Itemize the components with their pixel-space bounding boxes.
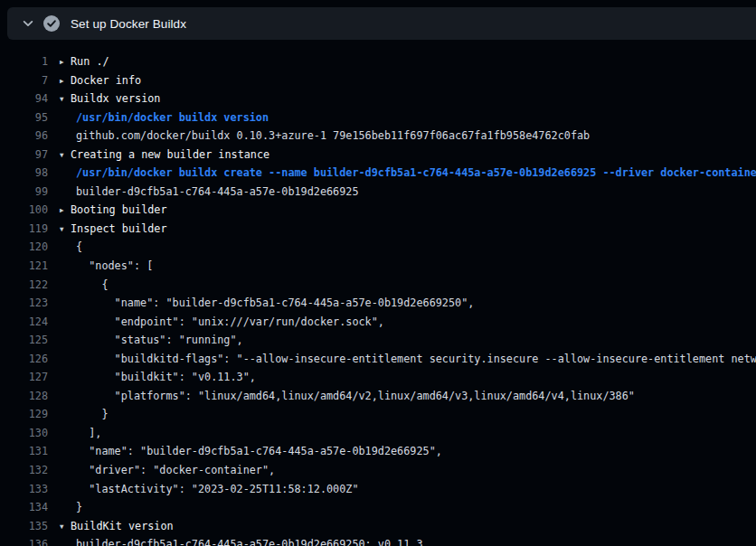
log-line-text: } <box>76 501 82 513</box>
log-line: 122 { <box>0 276 756 295</box>
log-line-text: { <box>76 278 109 291</box>
log-line: 120{ <box>0 238 756 257</box>
line-number[interactable]: 7 <box>0 71 48 90</box>
log-line: 131 "name": "builder-d9cfb5a1-c764-445a-… <box>0 442 756 461</box>
log-line-text: BuildKit version <box>71 520 174 532</box>
log-line: 130 ], <box>0 424 756 443</box>
log-line-text: ], <box>76 427 101 439</box>
group-expanded-icon[interactable]: ▼ <box>60 518 71 536</box>
log-line: 123 "name": "builder-d9cfb5a1-c764-445a-… <box>0 294 756 313</box>
log-line: 129 } <box>0 405 756 424</box>
step-title: Set up Docker Buildx <box>71 17 186 31</box>
line-number[interactable]: 130 <box>0 424 48 443</box>
line-number[interactable]: 100 <box>0 201 48 220</box>
line-number[interactable]: 135 <box>0 517 48 536</box>
log-line-text: /usr/bin/docker buildx create --name bui… <box>76 166 756 179</box>
line-number[interactable]: 134 <box>0 498 48 517</box>
log-line-text: Creating a new builder instance <box>71 148 269 161</box>
check-circle-icon <box>43 15 60 32</box>
line-number[interactable]: 120 <box>0 238 48 257</box>
group-collapsed-icon[interactable]: ▶ <box>60 53 71 71</box>
log-line: 133 "lastActivity": "2023-02-25T11:58:12… <box>0 480 756 499</box>
line-number[interactable]: 119 <box>0 220 48 239</box>
line-number[interactable]: 96 <box>0 127 48 146</box>
log-line: 134} <box>0 498 756 517</box>
log-group-row[interactable]: 119▼Inspect builder <box>0 220 756 239</box>
line-number[interactable]: 123 <box>0 294 48 313</box>
log-line: 124 "endpoint": "unix:///var/run/docker.… <box>0 313 756 332</box>
log-line-text: "driver": "docker-container", <box>76 464 275 476</box>
line-number[interactable]: 136 <box>0 535 48 546</box>
group-expanded-icon[interactable]: ▼ <box>60 90 71 108</box>
chevron-down-icon[interactable] <box>22 17 34 30</box>
log-line-text: builder-d9cfb5a1-c764-445a-a57e-0b19d2e6… <box>76 185 359 198</box>
log-line-text: "name": "builder-d9cfb5a1-c764-445a-a57e… <box>76 445 442 457</box>
group-collapsed-icon[interactable]: ▶ <box>60 202 71 220</box>
log-line-text: "platforms": "linux/amd64,linux/amd64/v2… <box>76 390 635 402</box>
log-line: 125 "status": "running", <box>0 331 756 350</box>
group-collapsed-icon[interactable]: ▶ <box>60 72 71 90</box>
line-number[interactable]: 131 <box>0 442 48 461</box>
line-number[interactable]: 125 <box>0 331 48 350</box>
log-line-text: Booting builder <box>71 203 167 216</box>
log-line-text: "buildkit": "v0.11.3", <box>76 371 256 383</box>
log-line-text: "status": "running", <box>76 334 243 346</box>
line-number[interactable]: 121 <box>0 257 48 276</box>
line-number[interactable]: 97 <box>0 146 48 165</box>
line-number[interactable]: 1 <box>0 52 48 71</box>
log-line: 98/usr/bin/docker buildx create --name b… <box>0 164 756 183</box>
log-line-text: "buildkitd-flags": "--allow-insecure-ent… <box>76 353 756 365</box>
log-line-text: Docker info <box>71 74 141 87</box>
log-line-text: "endpoint": "unix:///var/run/docker.sock… <box>76 315 384 328</box>
log-line-text: "nodes": [ <box>76 259 153 272</box>
log-group-row[interactable]: 94▼Buildx version <box>0 89 756 108</box>
line-number[interactable]: 94 <box>0 89 48 108</box>
log-line-text: "lastActivity": "2023-02-25T11:58:12.000… <box>76 483 359 495</box>
log-line: 136builder-d9cfb5a1-c764-445a-a57e-0b19d… <box>0 535 756 546</box>
group-expanded-icon[interactable]: ▼ <box>60 146 71 165</box>
line-number[interactable]: 98 <box>0 164 48 183</box>
log-line: 121 "nodes": [ <box>0 257 756 276</box>
line-number[interactable]: 133 <box>0 480 48 499</box>
log-line-text: Buildx version <box>71 92 160 105</box>
log-group-row[interactable]: 100▶Booting builder <box>0 201 756 220</box>
line-number[interactable]: 129 <box>0 405 48 424</box>
log-line: 96github.com/docker/buildx 0.10.3+azure-… <box>0 127 756 146</box>
log-line-text: } <box>76 408 109 420</box>
log-group-row[interactable]: 135▼BuildKit version <box>0 517 756 536</box>
log-line: 99builder-d9cfb5a1-c764-445a-a57e-0b19d2… <box>0 183 756 202</box>
log-line-text: Inspect builder <box>71 222 167 235</box>
log-line-text: Run ./ <box>71 55 109 68</box>
line-number[interactable]: 124 <box>0 313 48 332</box>
log-group-row[interactable]: 1▶Run ./ <box>0 52 756 71</box>
log-line: 127 "buildkit": "v0.11.3", <box>0 368 756 387</box>
log-line: 132 "driver": "docker-container", <box>0 461 756 480</box>
line-number[interactable]: 128 <box>0 387 48 406</box>
log-viewer: 1▶Run ./7▶Docker info94▼Buildx version95… <box>0 40 756 546</box>
log-line-text: { <box>76 240 82 253</box>
log-line-text: builder-d9cfb5a1-c764-445a-a57e-0b19d2e6… <box>76 538 423 546</box>
log-line-text: "name": "builder-d9cfb5a1-c764-445a-a57e… <box>76 297 474 309</box>
log-line: 128 "platforms": "linux/amd64,linux/amd6… <box>0 387 756 406</box>
log-group-row[interactable]: 97▼Creating a new builder instance <box>0 146 756 165</box>
log-line: 126 "buildkitd-flags": "--allow-insecure… <box>0 350 756 369</box>
line-number[interactable]: 126 <box>0 350 48 369</box>
line-number[interactable]: 127 <box>0 368 48 387</box>
log-line-text: github.com/docker/buildx 0.10.3+azure-1 … <box>76 129 590 142</box>
log-group-row[interactable]: 7▶Docker info <box>0 71 756 90</box>
log-line: 95/usr/bin/docker buildx version <box>0 108 756 127</box>
line-number[interactable]: 99 <box>0 183 48 202</box>
log-line-text: /usr/bin/docker buildx version <box>76 111 269 124</box>
line-number[interactable]: 95 <box>0 108 48 127</box>
step-header[interactable]: Set up Docker Buildx <box>7 7 756 40</box>
line-number[interactable]: 132 <box>0 461 48 480</box>
group-expanded-icon[interactable]: ▼ <box>60 221 71 239</box>
line-number[interactable]: 122 <box>0 276 48 295</box>
